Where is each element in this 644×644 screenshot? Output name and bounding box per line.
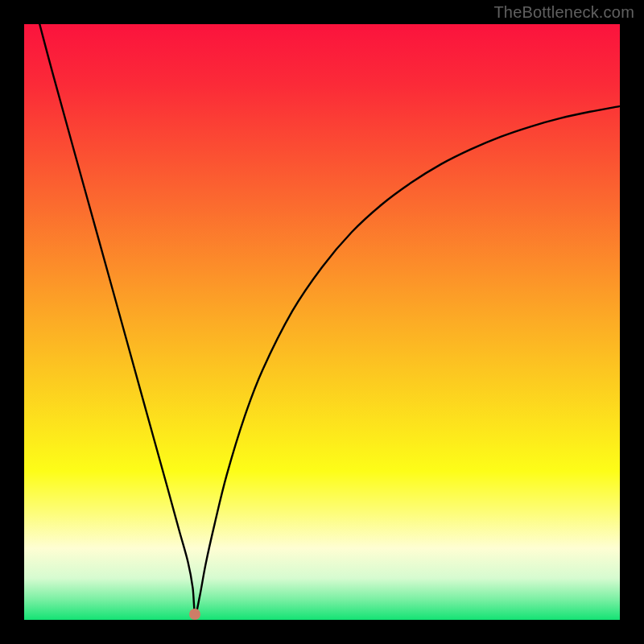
chart-stage: TheBottleneck.com: [0, 0, 644, 644]
watermark-text: TheBottleneck.com: [493, 3, 634, 22]
curve-minimum-dot: [189, 609, 200, 620]
bottleneck-curve: [24, 24, 620, 620]
plot-area: [24, 24, 620, 620]
